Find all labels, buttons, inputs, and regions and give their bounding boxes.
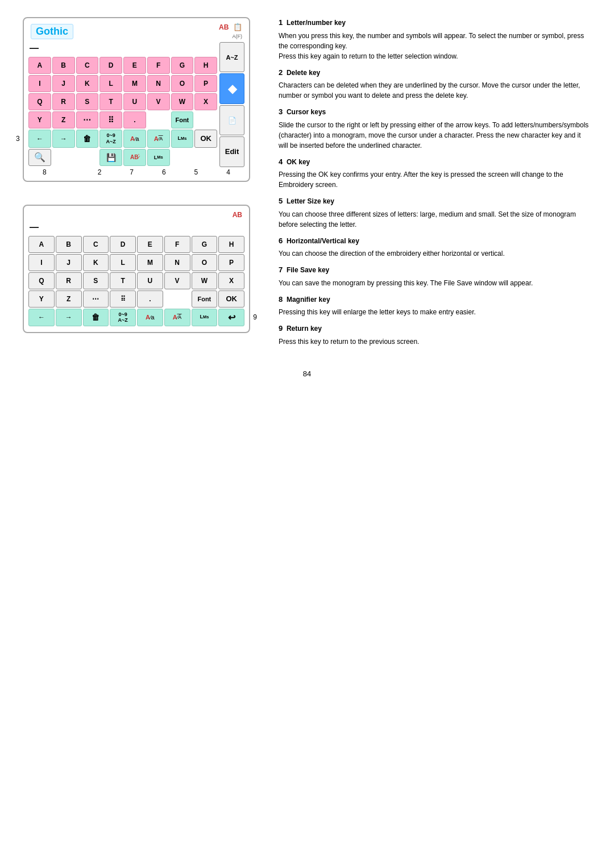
key-dots1[interactable]: ⋯ [76,111,99,128]
row-q-x: Q R S T U V W X [28,93,217,110]
edit-key[interactable]: Edit [219,136,244,167]
kb2-key-U[interactable]: U [137,272,163,289]
kb2-big-a-small[interactable]: A⁄a [137,309,163,327]
key-R[interactable]: R [52,93,75,110]
kb2-key-N[interactable]: N [164,254,190,271]
kb2-key-V[interactable]: V [164,272,190,289]
key-V[interactable]: V [147,93,170,110]
kb2-key-C[interactable]: C [83,236,109,253]
instr-6-text: You can choose the direction of the embr… [279,248,591,259]
kb2-left-arrow[interactable]: ← [28,309,55,327]
magnifier-key[interactable]: 🔍 [28,149,51,166]
instructions: 1 Letter/number key When you press this … [279,17,591,347]
key-P[interactable]: P [194,75,217,92]
diamond-key[interactable]: ◆ [219,73,244,103]
key-C[interactable]: C [76,57,99,74]
ab-over-key[interactable]: AB⁄ [123,149,146,166]
kb2-key-G[interactable]: G [192,236,218,253]
kb2-key-A[interactable]: A [28,236,55,253]
key-X[interactable]: X [194,93,217,110]
kb2-key-M[interactable]: M [137,254,163,271]
instr-6-heading: 6 Horizontal/Vertical key [279,235,591,247]
kb2-key-L[interactable]: L [110,254,136,271]
key-B[interactable]: B [52,57,75,74]
kb2-key-F[interactable]: F [164,236,190,253]
num-label-7: 7 [130,168,134,176]
key-L[interactable]: L [99,75,122,92]
key-O[interactable]: O [171,75,194,92]
kb2-key-Z[interactable]: Z [56,290,82,308]
big-a-small-key[interactable]: A⁄a [123,130,146,148]
instr-1: 1 Letter/number key When you press this … [279,17,591,61]
kb2-key-Q[interactable]: Q [28,272,55,289]
font-key-top[interactable]: Font [171,111,194,128]
key-F[interactable]: F [147,57,170,74]
num-labels: 8 2 7 6 5 4 [28,167,244,176]
instr-5-heading: 5 Letter Size key [279,196,591,207]
kb2-right-arrow[interactable]: → [56,309,82,327]
instr-3: 3 Cursor keys Slide the cursor to the ri… [279,106,591,151]
lms-key-2[interactable]: LMs [147,149,170,166]
kb2-key-E[interactable]: E [137,236,163,253]
key-D[interactable]: D [99,57,122,74]
kb2-return-key[interactable]: ↩ [218,309,244,327]
kb2-key-W[interactable]: W [192,272,218,289]
kb2-key-period[interactable]: . [137,290,163,308]
key-J[interactable]: J [52,75,75,92]
instr-8-text: Pressing this key will enlarge the lette… [279,307,591,317]
kb2-lms-key[interactable]: LMs [192,309,218,327]
key-period[interactable]: . [123,111,146,128]
kb2-key-T[interactable]: T [110,272,136,289]
kb2-key-B[interactable]: B [56,236,82,253]
key-M[interactable]: M [123,75,146,92]
lms-key-top[interactable]: LMs [171,130,194,148]
kb2-key-J[interactable]: J [56,254,82,271]
key-dots2[interactable]: ⠿ [99,111,122,128]
instr-8: 8 Magnifier key Pressing this key will e… [279,294,591,318]
left-arrow-key[interactable]: ← [28,130,51,148]
strikethrough-a-key[interactable]: A⁄A [147,130,170,148]
key-S[interactable]: S [76,93,99,110]
kb2-key-S[interactable]: S [83,272,109,289]
az-side-key[interactable]: A~Z [219,42,244,72]
kb2-key-H[interactable]: H [218,236,244,253]
num-az-key[interactable]: 0~9A~Z [99,130,122,148]
kb2-key-K[interactable]: K [83,254,109,271]
kb2-key-dots2[interactable]: ⠿ [110,290,136,308]
key-I[interactable]: I [28,75,51,92]
font-key-bottom[interactable]: Font [192,290,218,308]
key-N[interactable]: N [147,75,170,92]
key-G[interactable]: G [171,57,194,74]
kb2-delete-key[interactable]: 🗑 [83,309,109,327]
kb2-key-Y[interactable]: Y [28,290,55,308]
kb2-key-dots1[interactable]: ⋯ [83,290,109,308]
kb2-body: — A B C D E F G H I J [28,222,244,327]
save-key[interactable]: 💾 [99,149,122,166]
instr-5: 5 Letter Size key You can choose three d… [279,196,591,230]
key-Q[interactable]: Q [28,93,51,110]
key-W[interactable]: W [171,93,194,110]
kb2-num-az[interactable]: 0~9A~Z [110,309,136,327]
kb2-top-bar: AB [28,210,244,221]
kb2-key-X[interactable]: X [218,272,244,289]
kb2-key-P[interactable]: P [218,254,244,271]
key-A[interactable]: A [28,57,51,74]
key-H[interactable]: H [194,57,217,74]
key-Z[interactable]: Z [52,111,75,128]
kb2-key-O[interactable]: O [192,254,218,271]
paper-key[interactable]: 📄 [219,105,244,135]
right-arrow-key[interactable]: → [52,130,75,148]
key-U[interactable]: U [123,93,146,110]
kb2-strikethrough-a[interactable]: A⁄Ā [164,309,190,327]
key-K[interactable]: K [76,75,99,92]
delete-key[interactable]: 🗑 [76,130,99,148]
ok-key-top[interactable]: OK [194,130,217,148]
key-E[interactable]: E [123,57,146,74]
instr-4: 4 OK key Pressing the OK key confirms yo… [279,156,591,190]
kb2-key-D[interactable]: D [110,236,136,253]
ok-key-bottom[interactable]: OK [218,290,244,308]
kb2-key-R[interactable]: R [56,272,82,289]
key-T[interactable]: T [99,93,122,110]
kb2-key-I[interactable]: I [28,254,55,271]
key-Y[interactable]: Y [28,111,51,128]
